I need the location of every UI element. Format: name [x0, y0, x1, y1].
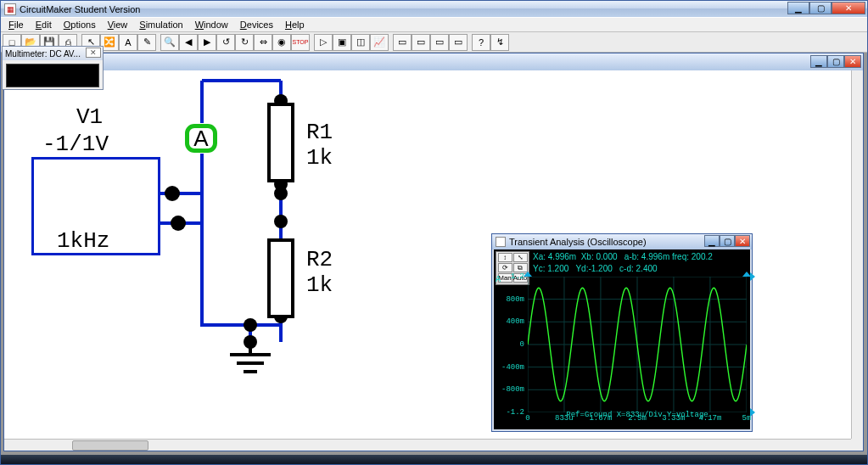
scope-close-button[interactable]: ✕: [735, 235, 750, 247]
schematic-vscroll[interactable]: [851, 70, 863, 439]
ammeter[interactable]: A: [185, 124, 217, 153]
label-v1: V1: [76, 104, 103, 130]
scope-cursor-readout: Xa: 4.996m Xb: 0.000 a-b: 4.996m freq: 2…: [533, 251, 747, 273]
schematic-hscroll[interactable]: [4, 439, 851, 451]
svg-rect-9: [269, 104, 293, 181]
tb-pause-button[interactable]: ◫: [351, 34, 370, 51]
tb-mir-button[interactable]: ⇔: [254, 34, 272, 51]
xtick-1: 833u: [555, 414, 574, 423]
xtick-2: 1.67m: [589, 414, 612, 423]
menu-view[interactable]: View: [102, 18, 134, 31]
schematic-minimize-button[interactable]: ▁: [810, 55, 827, 68]
toolbar: □ 📂 💾 ⎙ ↖ 🔀 A ✎ 🔍 ◀ ▶ ↺ ↻ ⇔ ◉ STOP ▷ ▣ ◫…: [1, 32, 867, 53]
cursor-yc-marker[interactable]: [750, 272, 755, 281]
schematic-titlebar[interactable]: .ckt* 400%(1) ▁ ▢ ✕: [4, 53, 863, 70]
ytick-4: -400m: [501, 363, 524, 372]
label-vfreq: 1kHz: [57, 228, 109, 254]
menu-bar: File Edit Options View Simulation Window…: [1, 17, 867, 32]
schematic-close-button[interactable]: ✕: [844, 55, 861, 68]
scope-ctrl-2[interactable]: ⤡: [513, 253, 528, 262]
os-taskbar[interactable]: [1, 455, 867, 464]
xtick-5: 4.17m: [698, 414, 721, 423]
app-maximize-button[interactable]: ▢: [809, 2, 832, 14]
app-icon: ▦: [4, 3, 16, 15]
xtick-6: 5m: [742, 414, 752, 423]
tb-stop-button[interactable]: STOP: [291, 34, 310, 51]
schematic-window: .ckt* 400%(1) ▁ ▢ ✕: [3, 53, 864, 451]
tb-extra1-button[interactable]: ▭: [393, 34, 412, 51]
tb-extra4-button[interactable]: ▭: [449, 34, 468, 51]
menu-help[interactable]: Help: [279, 18, 311, 31]
tb-run-button[interactable]: ▷: [314, 34, 333, 51]
tb-delete-button[interactable]: ✎: [137, 34, 156, 51]
menu-edit[interactable]: Edit: [30, 18, 58, 31]
tb-extra2-button[interactable]: ▭: [412, 34, 430, 51]
schematic-canvas[interactable]: V1 -1/1V 1kHz R1 1k R2 1k A Transient An…: [4, 70, 851, 439]
tb-scope-button[interactable]: 📈: [370, 34, 389, 51]
menu-devices[interactable]: Devices: [234, 18, 279, 31]
hscroll-thumb[interactable]: [72, 440, 148, 451]
ytick-5: -800m: [501, 385, 524, 394]
scroll-corner: [851, 439, 863, 451]
tb-step-button[interactable]: ▣: [333, 34, 351, 51]
tb-probe-button[interactable]: ◉: [272, 34, 291, 51]
cursor-xb-marker[interactable]: [524, 272, 532, 277]
scope-body: ↕ ⤡ ⟳ ⧉ Man Auto Xa: 4.996m Xb: 0.000 a-…: [494, 249, 750, 429]
scope-plot[interactable]: Ref=Ground X=833u/Div Y=voltage: [528, 277, 747, 412]
ytick-0: 1.2: [511, 272, 524, 281]
label-r2-val: 1k: [306, 272, 333, 298]
scope-x-axis: 0 833u 1.67m 2.5m 3.33m 4.17m 5m: [528, 414, 747, 428]
ytick-3: 0: [520, 340, 524, 349]
label-r2-name: R2: [306, 247, 333, 272]
multimeter-window[interactable]: Multimeter: DC AV... ✕: [2, 46, 104, 90]
tb-help-button[interactable]: ?: [472, 34, 490, 51]
menu-simulation[interactable]: Simulation: [133, 18, 188, 31]
tb-extra3-button[interactable]: ▭: [430, 34, 449, 51]
tb-zoom-button[interactable]: 🔍: [160, 34, 179, 51]
app-title: CircuitMaker Student Version: [20, 4, 140, 14]
oscilloscope-window[interactable]: Transient Analysis (Oscilloscope) ▁ ▢ ✕ …: [491, 233, 753, 432]
svg-point-3: [274, 215, 288, 228]
svg-point-6: [171, 216, 186, 231]
scope-y-axis: 1.2 800m 400m 0 -400m -800m -1.2: [496, 277, 526, 412]
app-window: ▦ CircuitMaker Student Version ▁ ▢ ✕ Fil…: [0, 0, 868, 465]
scope-icon: [496, 237, 506, 247]
tb-zout-button[interactable]: ▶: [198, 34, 216, 51]
multimeter-close-button[interactable]: ✕: [86, 48, 101, 58]
svg-point-2: [274, 187, 288, 200]
svg-point-5: [165, 186, 180, 201]
multimeter-display: [6, 64, 99, 87]
tb-zin-button[interactable]: ◀: [179, 34, 198, 51]
svg-point-7: [244, 318, 257, 332]
mdi-client: .ckt* 400%(1) ▁ ▢ ✕: [1, 53, 867, 455]
scope-ctrl-3[interactable]: ⟳: [498, 263, 512, 272]
label-vamp: -1/1V: [42, 132, 109, 157]
tb-fit-button[interactable]: ↺: [216, 34, 235, 51]
app-close-button[interactable]: ✕: [832, 2, 865, 14]
multimeter-title: Multimeter: DC AV...: [5, 49, 81, 59]
xtick-0: 0: [525, 414, 529, 423]
label-r1-val: 1k: [306, 145, 333, 171]
multimeter-titlebar[interactable]: Multimeter: DC AV... ✕: [3, 47, 103, 60]
scope-plot-svg: [528, 277, 747, 412]
scope-ctrl-1[interactable]: ↕: [498, 253, 512, 262]
scope-titlebar[interactable]: Transient Analysis (Oscilloscope) ▁ ▢ ✕: [492, 234, 752, 249]
scope-title-text: Transient Analysis (Oscilloscope): [509, 237, 647, 247]
app-minimize-button[interactable]: ▁: [787, 2, 809, 14]
tb-help2-button[interactable]: ↯: [490, 34, 509, 51]
tb-rot-button[interactable]: ↻: [235, 34, 254, 51]
ytick-2: 400m: [506, 317, 524, 326]
svg-rect-10: [269, 240, 293, 317]
ytick-1: 800m: [506, 295, 524, 304]
xtick-3: 2.5m: [628, 414, 647, 423]
scope-minimize-button[interactable]: ▁: [704, 235, 720, 247]
tb-text-button[interactable]: A: [119, 34, 137, 51]
xtick-4: 3.33m: [662, 414, 685, 423]
menu-options[interactable]: Options: [58, 18, 102, 31]
schematic-maximize-button[interactable]: ▢: [827, 55, 844, 68]
menu-window[interactable]: Window: [189, 18, 234, 31]
ytick-6: -1.2: [506, 408, 524, 417]
scope-maximize-button[interactable]: ▢: [720, 235, 735, 247]
menu-file[interactable]: File: [3, 18, 30, 31]
ammeter-label: A: [193, 126, 208, 152]
